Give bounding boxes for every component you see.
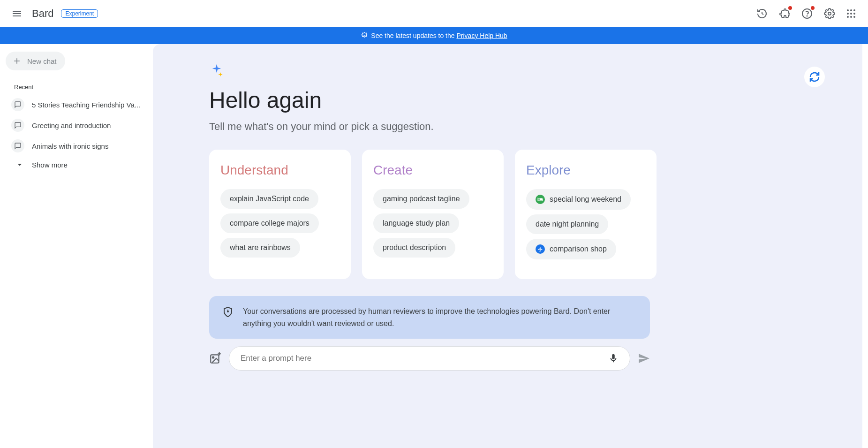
menu-icon[interactable] — [8, 4, 26, 23]
suggestion-pill[interactable]: what are rainbows — [220, 238, 300, 258]
pill-label: what are rainbows — [230, 243, 291, 252]
greeting: Hello again — [209, 87, 834, 113]
shield-icon — [222, 306, 234, 318]
extensions-icon[interactable] — [774, 3, 795, 24]
show-more-label: Show more — [32, 161, 68, 169]
suggestion-pill[interactable]: compare college majors — [220, 213, 319, 233]
pill-label: comparison shop — [550, 245, 607, 253]
privacy-notice: Your conversations are processed by huma… — [209, 296, 650, 339]
pill-label: gaming podcast tagline — [383, 195, 460, 203]
banner: See the latest updates to the Privacy He… — [0, 27, 868, 44]
suggestion-pill[interactable]: explain JavaScript code — [220, 189, 318, 209]
pill-label: explain JavaScript code — [230, 195, 309, 203]
svg-point-8 — [853, 13, 855, 15]
chat-icon — [11, 98, 24, 111]
refresh-button[interactable] — [804, 67, 825, 87]
chat-history-item[interactable]: Animals with ironic signs — [6, 136, 147, 156]
card-title: Explore — [526, 163, 645, 178]
send-button[interactable] — [638, 352, 650, 364]
chevron-down-icon — [15, 160, 24, 169]
pill-label: compare college majors — [230, 219, 309, 228]
suggestion-pill[interactable]: product description — [373, 238, 455, 258]
svg-point-9 — [847, 16, 849, 18]
help-icon[interactable] — [797, 3, 817, 24]
recent-label: Recent — [14, 84, 147, 91]
chat-history-label: 5 Stories Teaching Friendship Va... — [32, 101, 140, 109]
card-title: Understand — [220, 163, 340, 178]
suggestion-pill[interactable]: date night planning — [526, 214, 608, 234]
apps-icon[interactable] — [842, 4, 860, 23]
suggestion-pill[interactable]: gaming podcast tagline — [373, 189, 469, 209]
header-left: Bard Experiment — [8, 4, 98, 23]
header: Bard Experiment — [0, 0, 868, 27]
svg-point-3 — [847, 9, 849, 11]
main: Hello again Tell me what's on your mind … — [153, 44, 862, 448]
logo: Bard — [32, 8, 53, 20]
svg-point-10 — [850, 16, 852, 18]
svg-point-15 — [212, 357, 214, 358]
prompt-input[interactable] — [241, 354, 608, 363]
input-row — [209, 346, 650, 371]
svg-point-7 — [850, 13, 852, 15]
svg-point-11 — [853, 16, 855, 18]
sidebar: New chat Recent 5 Stories Teaching Frien… — [0, 44, 153, 448]
mic-icon[interactable] — [608, 353, 619, 364]
flight-icon — [536, 244, 545, 254]
new-chat-label: New chat — [27, 57, 57, 65]
banner-text: See the latest updates to the Privacy He… — [371, 32, 507, 39]
svg-point-2 — [828, 12, 831, 15]
pill-label: product description — [383, 243, 446, 252]
refresh-icon — [809, 71, 820, 83]
pill-label: language study plan — [383, 219, 450, 228]
suggestion-card: Creategaming podcast taglinelanguage stu… — [362, 150, 504, 279]
svg-point-6 — [847, 13, 849, 15]
card-title: Create — [373, 163, 492, 178]
suggestion-card: Explorespecial long weekenddate night pl… — [515, 150, 657, 279]
pill-label: date night planning — [536, 220, 599, 228]
svg-rect-14 — [211, 355, 219, 363]
settings-icon[interactable] — [819, 3, 840, 24]
suggestion-pill[interactable]: language study plan — [373, 213, 459, 233]
history-icon[interactable] — [752, 3, 772, 24]
svg-point-5 — [853, 9, 855, 11]
experiment-badge: Experiment — [61, 9, 98, 18]
notification-dot — [788, 6, 792, 10]
suggestion-pill[interactable]: special long weekend — [526, 189, 631, 210]
suggestion-cards: Understandexplain JavaScript codecompare… — [209, 150, 834, 279]
chat-history-item[interactable]: 5 Stories Teaching Friendship Va... — [6, 94, 147, 115]
new-chat-button[interactable]: New chat — [6, 52, 65, 70]
hotel-icon — [536, 195, 545, 204]
plus-icon — [12, 56, 22, 66]
svg-point-12 — [227, 311, 228, 312]
svg-point-4 — [850, 9, 852, 11]
chat-history-label: Animals with ironic signs — [32, 142, 108, 150]
svg-point-1 — [807, 15, 808, 16]
notice-text: Your conversations are processed by huma… — [243, 305, 637, 329]
prompt-input-container — [229, 346, 630, 371]
chat-icon — [11, 119, 24, 132]
suggestion-pill[interactable]: comparison shop — [526, 239, 616, 259]
verified-icon — [361, 32, 368, 39]
chat-icon — [11, 139, 24, 152]
sparkle-icon — [209, 63, 834, 78]
pill-label: special long weekend — [550, 195, 621, 204]
show-more-button[interactable]: Show more — [6, 156, 147, 173]
chat-history-item[interactable]: Greeting and introduction — [6, 115, 147, 136]
image-upload-icon[interactable] — [209, 352, 221, 364]
suggestion-card: Understandexplain JavaScript codecompare… — [209, 150, 351, 279]
notification-dot — [811, 6, 815, 10]
chat-history-label: Greeting and introduction — [32, 121, 111, 129]
header-right — [752, 3, 860, 24]
subtitle: Tell me what's on your mind or pick a su… — [209, 121, 834, 133]
banner-link[interactable]: Privacy Help Hub — [456, 32, 507, 39]
